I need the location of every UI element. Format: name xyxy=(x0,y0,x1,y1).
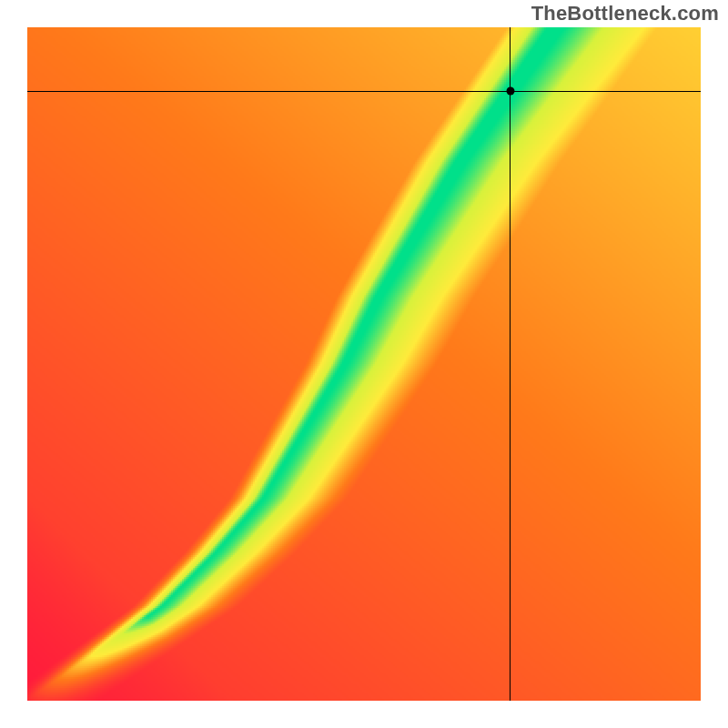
watermark-text: TheBottleneck.com xyxy=(531,2,719,25)
plot-frame xyxy=(27,27,701,701)
chart-container: TheBottleneck.com xyxy=(0,0,728,728)
heatmap-canvas xyxy=(27,27,701,701)
